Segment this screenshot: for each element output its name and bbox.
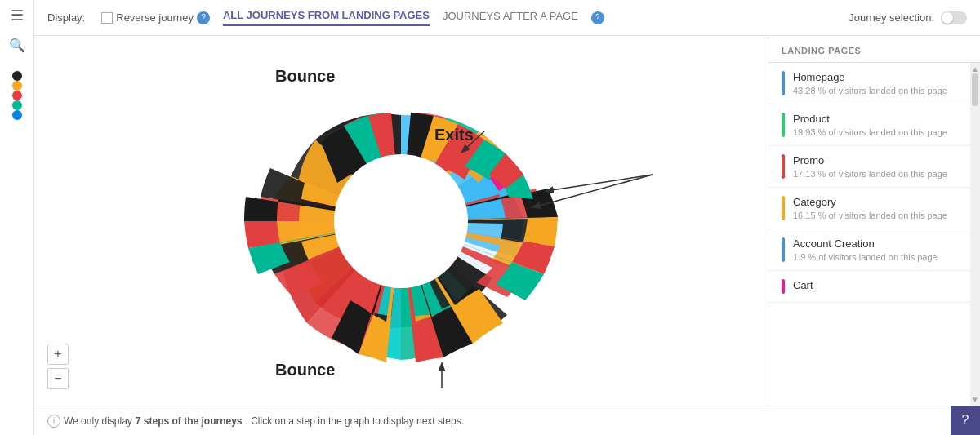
bottom-text-normal: We only display: [64, 415, 132, 427]
landing-pages-scroll-area: Homepage 43.28 % of visitors landed on t…: [768, 63, 980, 406]
body-area: Bounce Exits Bounce + − LANDING PAGES Ho…: [34, 36, 980, 406]
reverse-journey-help-icon[interactable]: ?: [197, 11, 210, 24]
chart-area[interactable]: Bounce Exits Bounce + −: [34, 36, 768, 406]
info-icon: i: [47, 415, 60, 428]
svg-point-1: [334, 154, 468, 288]
page-stat: 1.9 % of visitors landed on this page: [793, 252, 957, 262]
black-dot: [12, 71, 22, 81]
page-color-bar: [782, 71, 785, 95]
scrollbar-track[interactable]: ▲ ▼: [970, 63, 980, 406]
red-dot: [12, 91, 22, 100]
right-panel: LANDING PAGES Homepage 43.28 % of visito…: [768, 36, 980, 406]
page-color-bar: [782, 237, 785, 262]
page-color-bar: [782, 279, 785, 294]
page-info: Homepage 43.28 % of visitors landed on t…: [793, 71, 957, 95]
zoom-in-button[interactable]: +: [47, 344, 69, 365]
toolbar: Display: Reverse journey ? ALL JOURNEYS …: [34, 0, 980, 36]
landing-page-item[interactable]: Product 19.93 % of visitors landed on th…: [768, 104, 970, 146]
teal-dot: [12, 100, 22, 110]
page-info: Cart: [793, 279, 957, 294]
landing-page-item[interactable]: Homepage 43.28 % of visitors landed on t…: [768, 63, 970, 104]
journey-selection-label: Journey selection:: [849, 11, 934, 24]
journey-selection-toggle[interactable]: [941, 11, 967, 24]
svg-line-4: [533, 175, 653, 207]
main-content: Display: Reverse journey ? ALL JOURNEYS …: [34, 0, 980, 435]
page-name: Cart: [793, 279, 957, 291]
search-icon[interactable]: 🔍: [9, 38, 25, 53]
bottom-text-bold: 7 steps of the journeys: [136, 415, 243, 427]
page-color-bar: [782, 196, 785, 220]
landing-page-item[interactable]: Promo 17.13 % of visitors landed on this…: [768, 146, 970, 188]
page-name: Account Creation: [793, 237, 957, 250]
page-color-bar: [782, 113, 785, 137]
page-name: Category: [793, 196, 957, 208]
sidebar: ☰ 🔍: [0, 0, 34, 435]
landing-pages-list: Homepage 43.28 % of visitors landed on t…: [768, 63, 970, 406]
page-info: Product 19.93 % of visitors landed on th…: [793, 113, 957, 137]
page-stat: 17.13 % of visitors landed on this page: [793, 169, 957, 179]
scroll-up-arrow[interactable]: ▲: [971, 64, 979, 73]
menu-icon[interactable]: ☰: [11, 7, 24, 24]
page-stat: 19.93 % of visitors landed on this page: [793, 127, 957, 137]
tab-journeys-after[interactable]: JOURNEYS AFTER A PAGE: [443, 10, 578, 25]
zoom-out-button[interactable]: −: [47, 368, 69, 389]
page-name: Product: [793, 113, 957, 125]
scrollbar-thumb[interactable]: [972, 73, 978, 106]
help-button[interactable]: ?: [951, 406, 980, 435]
sunburst-chart[interactable]: [164, 46, 638, 397]
page-name: Promo: [793, 154, 957, 166]
orange-dot: [12, 81, 22, 91]
tab-all-journeys[interactable]: ALL JOURNEYS FROM LANDING PAGES: [223, 9, 430, 26]
tab-help-icon[interactable]: ?: [591, 11, 604, 24]
landing-page-item[interactable]: Cart: [768, 271, 970, 303]
reverse-journey-label: Reverse journey: [116, 11, 194, 24]
svg-line-3: [546, 175, 653, 191]
page-stat: 16.15 % of visitors landed on this page: [793, 211, 957, 220]
journey-selection: Journey selection:: [849, 11, 967, 24]
scroll-down-arrow[interactable]: ▼: [971, 395, 979, 404]
bottom-text-rest: . Click on a step in the graph to displa…: [246, 415, 464, 427]
page-name: Homepage: [793, 71, 957, 83]
landing-page-item[interactable]: Category 16.15 % of visitors landed on t…: [768, 188, 970, 229]
reverse-journey-checkbox[interactable]: [101, 12, 113, 24]
page-info: Promo 17.13 % of visitors landed on this…: [793, 154, 957, 179]
bottom-bar: i We only display 7 steps of the journey…: [34, 406, 980, 435]
landing-page-item[interactable]: Account Creation 1.9 % of visitors lande…: [768, 229, 970, 271]
display-label: Display:: [47, 11, 85, 24]
page-info: Account Creation 1.9 % of visitors lande…: [793, 237, 957, 262]
reverse-journey-control[interactable]: Reverse journey ?: [101, 11, 210, 24]
blue-dot: [12, 110, 22, 120]
page-info: Category 16.15 % of visitors landed on t…: [793, 196, 957, 220]
landing-pages-header: LANDING PAGES: [768, 36, 980, 63]
page-stat: 43.28 % of visitors landed on this page: [793, 86, 957, 95]
page-color-bar: [782, 154, 785, 179]
zoom-controls: + −: [47, 344, 69, 389]
